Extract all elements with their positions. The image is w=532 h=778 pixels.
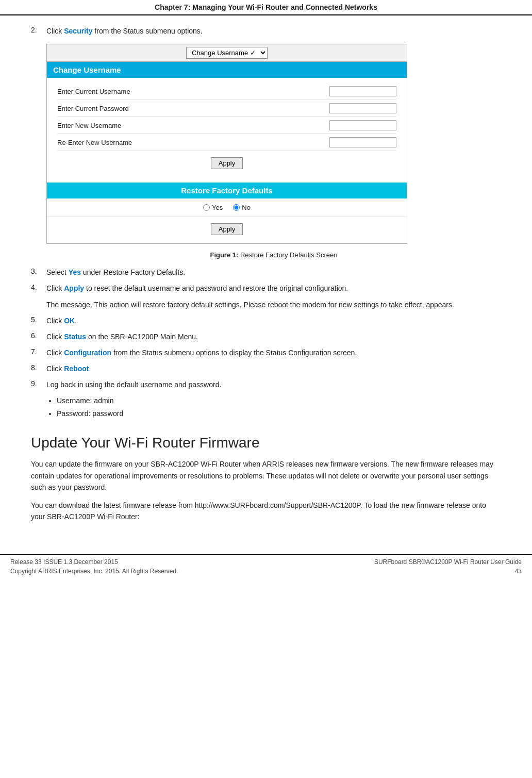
configuration-link[interactable]: Configuration xyxy=(64,349,111,357)
yes-link[interactable]: Yes xyxy=(69,268,81,276)
password-bullet: Password: password xyxy=(57,408,501,419)
radio-yes-label[interactable]: Yes xyxy=(203,204,223,211)
step-7: 7. Click Configuration from the Status s… xyxy=(31,347,501,358)
ok-link[interactable]: OK xyxy=(64,317,75,325)
apply-button-1[interactable]: Apply xyxy=(211,157,243,169)
reboot-link[interactable]: Reboot xyxy=(64,365,89,373)
step-8-number: 8. xyxy=(31,363,46,372)
step-4-text: Click Apply to reset the default usernam… xyxy=(46,283,348,294)
current-password-label: Enter Current Password xyxy=(57,105,329,112)
radio-yes[interactable] xyxy=(203,204,210,211)
step-9: 9. Log back in using the default usernam… xyxy=(31,379,501,390)
reenter-username-label: Re-Enter New Username xyxy=(57,139,329,146)
step-6-text: Click Status on the SBR-AC1200P Main Men… xyxy=(46,332,198,342)
credentials-list: Username: admin Password: password xyxy=(57,395,501,419)
change-username-dropdown[interactable]: Change Username ✓ xyxy=(186,47,268,59)
dropdown-bar: Change Username ✓ xyxy=(47,44,407,62)
apply-button-2[interactable]: Apply xyxy=(211,223,243,235)
chapter-title: Chapter 7: Managing Your Wi-Fi Router an… xyxy=(155,3,377,11)
apply-row-2: Apply xyxy=(47,217,407,243)
current-password-input[interactable] xyxy=(329,103,396,113)
form-row-current-username: Enter Current Username xyxy=(57,83,396,100)
ui-screenshot-box: Change Username ✓ Change Username Enter … xyxy=(46,44,407,244)
form-row-new-username: Enter New Username xyxy=(57,117,396,134)
new-username-label: Enter New Username xyxy=(57,122,329,129)
password-value: password xyxy=(92,409,123,418)
figure-text: Restore Factory Defaults Screen xyxy=(240,251,338,259)
reenter-username-input[interactable] xyxy=(329,137,396,147)
radio-no-label[interactable]: No xyxy=(233,204,251,211)
page-footer: Release 33 ISSUE 1.3 December 2015 Copyr… xyxy=(0,554,532,578)
step-3: 3. Select Yes under Restore Factory Defa… xyxy=(31,267,501,278)
step-8-text: Click Reboot. xyxy=(46,363,91,374)
step-2-text: Click Security from the Status submenu o… xyxy=(46,26,203,37)
radio-no[interactable] xyxy=(233,204,240,211)
status-link[interactable]: Status xyxy=(64,333,86,341)
step-9-number: 9. xyxy=(31,379,46,388)
form-row-current-password: Enter Current Password xyxy=(57,100,396,117)
figure-label: Figure 1: xyxy=(210,251,238,259)
apply-link[interactable]: Apply xyxy=(64,284,84,292)
step-4: 4. Click Apply to reset the default user… xyxy=(31,283,501,294)
radio-row: Yes No xyxy=(47,198,407,217)
step-6: 6. Click Status on the SBR-AC1200P Main … xyxy=(31,332,501,342)
step-7-text: Click Configuration from the Status subm… xyxy=(46,347,357,358)
security-link[interactable]: Security xyxy=(64,27,92,35)
firmware-para-2: You can download the latest firmware rel… xyxy=(31,500,501,523)
step-6-number: 6. xyxy=(31,332,46,340)
step-5-text: Click OK. xyxy=(46,316,77,326)
step-3-text: Select Yes under Restore Factory Default… xyxy=(46,267,185,278)
username-value: admin xyxy=(94,396,113,405)
change-username-form: Enter Current Username Enter Current Pas… xyxy=(47,78,407,183)
step-8: 8. Click Reboot. xyxy=(31,363,501,374)
restore-header: Restore Factory Defaults xyxy=(47,183,407,198)
firmware-section-heading: Update Your Wi-Fi Router Firmware xyxy=(31,435,501,451)
step-9-text: Log back in using the default username a… xyxy=(46,379,221,390)
step-2-number: 2. xyxy=(31,26,46,34)
step-5: 5. Click OK. xyxy=(31,316,501,326)
page-content: 2. Click Security from the Status submen… xyxy=(0,15,532,539)
step-4-number: 4. xyxy=(31,283,46,291)
current-username-label: Enter Current Username xyxy=(57,88,329,95)
new-username-input[interactable] xyxy=(329,120,396,130)
page-header: Chapter 7: Managing Your Wi-Fi Router an… xyxy=(0,0,532,15)
figure-caption: Figure 1: Restore Factory Defaults Scree… xyxy=(46,251,501,259)
firmware-para-1: You can update the firmware on your SBR-… xyxy=(31,458,501,493)
step-7-number: 7. xyxy=(31,347,46,356)
current-username-input[interactable] xyxy=(329,86,396,96)
footer-right: SURFboard SBR®AC1200P Wi-Fi Router User … xyxy=(374,557,522,576)
step-4-message: The message, This action will restore fa… xyxy=(46,299,501,310)
apply-row-1: Apply xyxy=(57,151,396,177)
step-3-number: 3. xyxy=(31,267,46,275)
step-2: 2. Click Security from the Status submen… xyxy=(31,26,501,37)
username-bullet: Username: admin xyxy=(57,395,501,406)
form-row-reenter-username: Re-Enter New Username xyxy=(57,134,396,151)
change-username-header: Change Username xyxy=(47,62,407,78)
step-5-number: 5. xyxy=(31,316,46,324)
footer-left: Release 33 ISSUE 1.3 December 2015 Copyr… xyxy=(10,557,178,576)
